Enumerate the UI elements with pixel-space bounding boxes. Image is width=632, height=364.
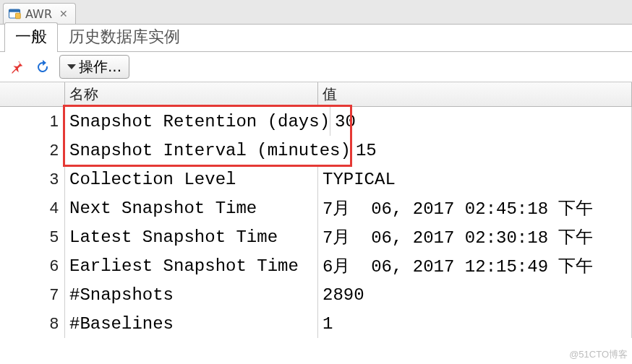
- cell-value: 1: [318, 309, 632, 338]
- inner-tab-bar: 一般 历史数据库实例: [0, 25, 632, 52]
- actions-button[interactable]: 操作...: [59, 55, 129, 79]
- table-row[interactable]: 4Next Snapshot Time7月 06, 2017 02:45:18 …: [0, 194, 632, 222]
- cell-value: 15: [351, 136, 632, 165]
- row-number: 1: [0, 107, 65, 136]
- tab-history-db-instances[interactable]: 历史数据库实例: [58, 22, 191, 52]
- properties-table: 名称 值 1Snapshot Retention (days)302Snapsh…: [0, 82, 632, 338]
- window-tab-awr[interactable]: AWR ✕: [3, 3, 76, 24]
- tab-general[interactable]: 一般: [4, 22, 58, 52]
- header-name[interactable]: 名称: [65, 82, 318, 107]
- header-rownum: [0, 82, 65, 107]
- refresh-icon[interactable]: [33, 58, 52, 77]
- cell-value: 6月 06, 2017 12:15:49 下午: [318, 251, 632, 280]
- toolbar: 操作...: [0, 52, 632, 82]
- row-number: 7: [0, 280, 65, 309]
- watermark: @51CTO博客: [569, 348, 628, 361]
- table-row[interactable]: 8#Baselines1: [0, 309, 632, 338]
- actions-button-label: 操作...: [79, 57, 121, 77]
- row-number: 2: [0, 136, 65, 165]
- table-row[interactable]: 2Snapshot Interval (minutes)15: [0, 136, 632, 165]
- table-header-row: 名称 值: [0, 82, 632, 107]
- cell-name: Snapshot Retention (days): [65, 107, 330, 136]
- cell-name: Next Snapshot Time: [65, 194, 318, 222]
- table-row[interactable]: 6Earliest Snapshot Time6月 06, 2017 12:15…: [0, 251, 632, 280]
- table-row[interactable]: 1Snapshot Retention (days)30: [0, 107, 632, 136]
- cell-value: 2890: [318, 280, 632, 309]
- table-row[interactable]: 7#Snapshots2890: [0, 280, 632, 309]
- cell-name: Snapshot Interval (minutes): [65, 136, 351, 165]
- pin-icon[interactable]: [7, 58, 26, 77]
- cell-value: TYPICAL: [318, 165, 632, 194]
- table-row[interactable]: 3Collection LevelTYPICAL: [0, 165, 632, 194]
- cell-name: Earliest Snapshot Time: [65, 251, 318, 280]
- table-container: 名称 值 1Snapshot Retention (days)302Snapsh…: [0, 82, 632, 338]
- cell-value: 7月 06, 2017 02:45:18 下午: [318, 194, 632, 222]
- awr-tab-icon: [8, 7, 21, 20]
- table-row[interactable]: 5Latest Snapshot Time7月 06, 2017 02:30:1…: [0, 222, 632, 251]
- chevron-down-icon: [67, 64, 76, 69]
- row-number: 6: [0, 251, 65, 280]
- cell-name: #Snapshots: [65, 280, 318, 309]
- row-number: 5: [0, 222, 65, 251]
- window-tab-label: AWR: [25, 7, 52, 21]
- svg-rect-2: [16, 13, 21, 19]
- row-number: 8: [0, 309, 65, 338]
- cell-value: 30: [330, 107, 632, 136]
- cell-value: 7月 06, 2017 02:30:18 下午: [318, 222, 632, 251]
- row-number: 3: [0, 165, 65, 194]
- svg-rect-1: [9, 9, 20, 12]
- row-number: 4: [0, 194, 65, 222]
- cell-name: Latest Snapshot Time: [65, 222, 318, 251]
- header-value[interactable]: 值: [318, 82, 632, 107]
- window-tab-strip: AWR ✕: [0, 0, 632, 25]
- close-icon[interactable]: ✕: [59, 8, 68, 20]
- cell-name: Collection Level: [65, 165, 318, 194]
- cell-name: #Baselines: [65, 309, 318, 338]
- table-body: 1Snapshot Retention (days)302Snapshot In…: [0, 107, 632, 338]
